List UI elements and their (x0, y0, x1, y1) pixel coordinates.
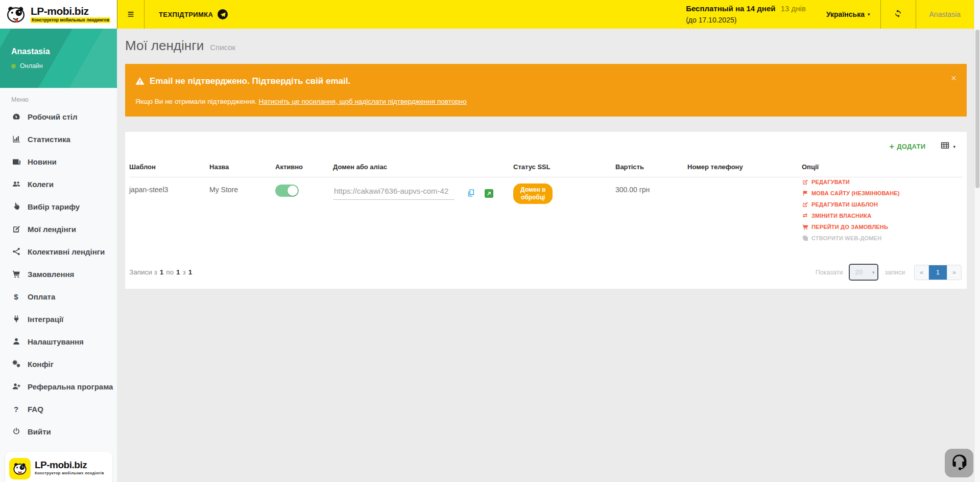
landings-table-card: + ДОДАТИ ▾ Шаблон Назва Активно Домен аб… (125, 132, 967, 289)
user-menu[interactable]: Anastasia (916, 0, 974, 29)
tech-support-label: ТЕХПІДТРИМКА (159, 11, 213, 18)
column-header: Шаблон (129, 159, 209, 177)
scrollbar-thumb[interactable] (975, 30, 979, 188)
edit-icon (802, 178, 808, 185)
orders-icon (10, 270, 22, 279)
online-status-label: Онлайн (20, 62, 43, 70)
change-owner-option[interactable]: ⇄ ЗМІНИТИ ВЛАСНИКА (802, 212, 961, 219)
chevron-down-icon: ▾ (872, 270, 875, 275)
plan-name: Бесплатный на 14 дней (686, 4, 775, 13)
dashboard-icon (10, 112, 22, 121)
sidebar: Anastasia Онлайн Меню Робочий стіл Стати… (0, 29, 117, 482)
sidebar-item-config[interactable]: Конфіг (0, 353, 117, 375)
active-toggle[interactable] (275, 185, 299, 197)
template-cell: japan-steel3 (129, 177, 209, 241)
main-content: Мої лендінги Список Email не підтверджен… (117, 29, 974, 482)
sidebar-item-faq[interactable]: ? FAQ (0, 398, 117, 420)
logout-icon (10, 427, 22, 436)
sidebar-item-statistics[interactable]: Статистика (0, 128, 117, 150)
close-icon[interactable]: × (951, 73, 957, 83)
language-selector[interactable]: Українська ▾ (816, 0, 880, 29)
next-page-button[interactable]: » (947, 265, 961, 280)
plan-days-left: 13 днів (781, 4, 806, 13)
name-cell: My Store (209, 177, 275, 241)
go-to-orders-option[interactable]: ПЕРЕЙТИ ДО ЗАМОВЛЕНЬ (802, 223, 961, 230)
edit-option[interactable]: РЕДАГУВАТИ (802, 178, 961, 185)
logo-dog-icon (11, 462, 29, 476)
create-web-domain-icon (802, 235, 808, 241)
options-cell: РЕДАГУВАТИ МОВА САЙТУ (НЕЗМІНЮВАНЕ) РЕДА… (802, 177, 963, 241)
prev-page-button[interactable]: « (915, 265, 929, 280)
plus-icon: + (890, 142, 895, 151)
app-root: LP-mobi.biz Конструктор мобильных лендин… (0, 0, 980, 482)
sidebar-item-colleagues[interactable]: Колеги (0, 173, 117, 195)
payment-icon: $ (10, 292, 22, 301)
warning-icon (135, 77, 145, 86)
copy-icon[interactable] (467, 189, 475, 199)
page-subtitle: Список (210, 43, 235, 52)
landings-table-header: Шаблон Назва Активно Домен або аліас Ста… (129, 159, 963, 177)
sidebar-item-integrations[interactable]: Інтеграції (0, 308, 117, 330)
tariff-icon (10, 202, 22, 211)
tariff-plan-info: Бесплатный на 14 дней 13 днів (до 17.10.… (686, 0, 806, 29)
column-header: Номер телефону (687, 159, 802, 177)
sidebar-item-settings[interactable]: Налаштування (0, 330, 117, 353)
edit-template-option[interactable]: РЕДАГУВАТИ ШАБЛОН (802, 201, 961, 208)
sidebar-item-my-landings[interactable]: Мої лендінги (0, 218, 117, 240)
resend-confirmation-link[interactable]: Натисніть це посилання, щоб надіслати пі… (259, 98, 467, 105)
page-size-select[interactable]: 20 ▾ (849, 264, 878, 281)
column-header: Назва (209, 159, 275, 177)
headset-icon (950, 453, 968, 473)
email-confirmation-alert: Email не підтверджено. Підтвердіть свій … (125, 64, 967, 117)
pagination: Показати 20 ▾ записи « 1 » (816, 264, 962, 281)
column-header: Вартість (615, 159, 687, 177)
integrations-icon (10, 315, 22, 324)
sidebar-item-tariff[interactable]: Вибір тарифу (0, 195, 117, 218)
column-header: Опції (802, 159, 963, 177)
language-label: Українська (826, 10, 865, 18)
alert-title: Email не підтверджено. Підтвердіть свій … (150, 76, 350, 86)
column-header: Статус SSL (513, 159, 615, 177)
add-landing-button[interactable]: + ДОДАТИ (890, 142, 926, 151)
sidebar-item-payment[interactable]: $ Оплата (0, 285, 117, 308)
sidebar-item-orders[interactable]: Замовлення (0, 263, 117, 285)
table-row: japan-steel3 My Store Домен в обробці (129, 177, 963, 241)
settings-icon (10, 337, 22, 346)
ssl-status-badge: Домен в обробці (513, 183, 553, 204)
show-label: Показати (816, 269, 843, 276)
sidebar-item-dashboard[interactable]: Робочий стіл (0, 105, 117, 128)
table-view-button[interactable]: ▾ (941, 141, 955, 152)
domain-input[interactable] (333, 186, 455, 200)
chevron-down-icon: ▾ (953, 144, 955, 149)
config-icon (10, 360, 22, 369)
refresh-icon (894, 9, 902, 20)
page-1-button[interactable]: 1 (929, 265, 947, 280)
create-web-domain-option: СТВОРИТИ WEB-ДОМЕН (802, 235, 961, 241)
tech-support-button[interactable]: ТЕХПІДТРИМКА (145, 0, 242, 29)
domain-cell (333, 177, 513, 241)
sidebar-item-referral[interactable]: Реферальна програма (0, 375, 117, 398)
support-chat-button[interactable] (945, 449, 973, 477)
page-scrollbar[interactable] (974, 0, 980, 482)
referral-icon (10, 382, 22, 391)
price-cell: 300.00 грн (615, 177, 687, 241)
external-link-icon[interactable] (485, 189, 493, 198)
column-header: Домен або аліас (333, 159, 513, 177)
sidebar-item-news[interactable]: Новини (0, 150, 117, 173)
profile-status: Онлайн (11, 62, 43, 70)
chevron-down-icon: ▾ (868, 12, 870, 17)
go-to-orders-icon (802, 223, 808, 230)
site-language-option[interactable]: МОВА САЙТУ (НЕЗМІНЮВАНЕ) (802, 190, 961, 196)
sidebar-item-logout[interactable]: Вийти (0, 420, 117, 443)
telegram-icon (218, 9, 228, 19)
records-label: записи (885, 269, 905, 276)
sidebar-toggle-button[interactable]: ≡ (117, 0, 144, 29)
colleagues-icon (10, 180, 22, 189)
sidebar-footer-logo[interactable]: LP-mobi.biz Конструктор мобільних лендін… (5, 452, 112, 482)
refresh-button[interactable] (881, 0, 916, 29)
online-status-icon (11, 64, 16, 68)
sidebar-item-collective-landings[interactable]: Колективні лендінги (0, 240, 117, 263)
topbar-logo[interactable]: LP-mobi.biz Конструктор мобильных лендин… (0, 0, 117, 29)
faq-icon: ? (10, 405, 22, 414)
logo-dog-icon (4, 5, 28, 24)
